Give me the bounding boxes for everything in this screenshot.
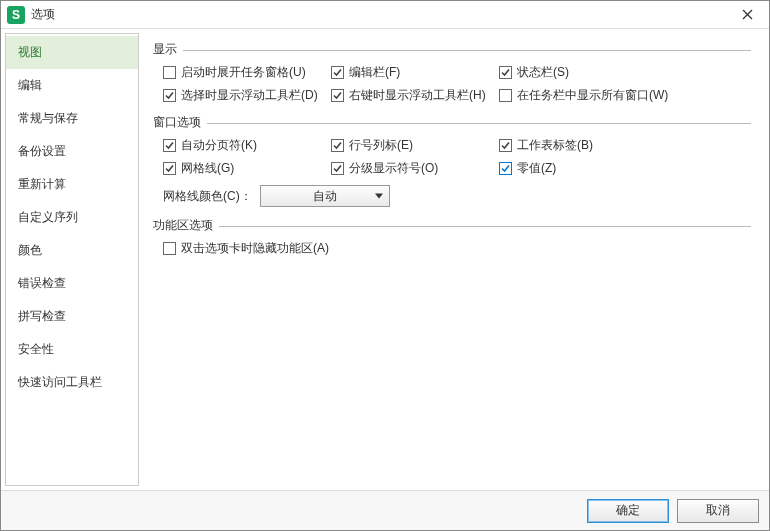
chevron-down-icon: [375, 194, 383, 199]
gridcolor-dropdown[interactable]: 自动: [260, 185, 390, 207]
checkbox-row: 编辑栏(F): [331, 64, 499, 81]
close-icon: [742, 9, 753, 20]
group-ribbon: 功能区选项 双击选项卡时隐藏功能区(A): [153, 217, 751, 257]
sidebar-item[interactable]: 拼写检查: [6, 300, 138, 333]
checkbox[interactable]: [163, 66, 176, 79]
checkbox[interactable]: [331, 139, 344, 152]
checkbox-row: 网格线(G): [163, 160, 331, 177]
checkbox[interactable]: [163, 89, 176, 102]
checkbox-label: 网格线(G): [181, 160, 234, 177]
checkbox-row: 选择时显示浮动工具栏(D): [163, 87, 331, 104]
checkbox-label: 右键时显示浮动工具栏(H): [349, 87, 486, 104]
content-panel: 显示 启动时展开任务窗格(U)编辑栏(F)状态栏(S)选择时显示浮动工具栏(D)…: [139, 33, 765, 486]
checkbox[interactable]: [499, 66, 512, 79]
sidebar: 视图编辑常规与保存备份设置重新计算自定义序列颜色错误检查拼写检查安全性快速访问工…: [5, 33, 139, 486]
checkbox-label: 自动分页符(K): [181, 137, 257, 154]
gridcolor-label: 网格线颜色(C)：: [163, 188, 252, 205]
ok-button[interactable]: 确定: [587, 499, 669, 523]
dialog-footer: 确定 取消: [1, 490, 769, 530]
sidebar-item[interactable]: 常规与保存: [6, 102, 138, 135]
group-ribbon-title: 功能区选项: [153, 217, 213, 234]
checkbox-row: 右键时显示浮动工具栏(H): [331, 87, 499, 104]
checkbox-row: 在任务栏中显示所有窗口(W): [499, 87, 699, 104]
checkbox[interactable]: [163, 139, 176, 152]
sidebar-item[interactable]: 备份设置: [6, 135, 138, 168]
group-window-title: 窗口选项: [153, 114, 201, 131]
checkbox[interactable]: [331, 66, 344, 79]
group-window: 窗口选项 自动分页符(K)行号列标(E)工作表标签(B)网格线(G)分级显示符号…: [153, 114, 751, 207]
checkbox-label: 双击选项卡时隐藏功能区(A): [181, 240, 329, 257]
group-divider: [219, 226, 751, 227]
checkbox-row: 工作表标签(B): [499, 137, 699, 154]
checkbox-label: 分级显示符号(O): [349, 160, 438, 177]
cancel-button[interactable]: 取消: [677, 499, 759, 523]
sidebar-item[interactable]: 重新计算: [6, 168, 138, 201]
options-dialog: S 选项 视图编辑常规与保存备份设置重新计算自定义序列颜色错误检查拼写检查安全性…: [0, 0, 770, 531]
checkbox-row: 启动时展开任务窗格(U): [163, 64, 331, 81]
checkbox-label: 在任务栏中显示所有窗口(W): [517, 87, 668, 104]
checkbox-label: 工作表标签(B): [517, 137, 593, 154]
sidebar-item[interactable]: 快速访问工具栏: [6, 366, 138, 399]
checkbox[interactable]: [163, 242, 176, 255]
checkbox-label: 编辑栏(F): [349, 64, 400, 81]
cancel-button-label: 取消: [706, 502, 730, 519]
checkbox-row: 自动分页符(K): [163, 137, 331, 154]
sidebar-item[interactable]: 错误检查: [6, 267, 138, 300]
checkbox-row: 分级显示符号(O): [331, 160, 499, 177]
checkbox-row: 状态栏(S): [499, 64, 699, 81]
titlebar: S 选项: [1, 1, 769, 29]
sidebar-item[interactable]: 安全性: [6, 333, 138, 366]
checkbox-row: 零值(Z): [499, 160, 699, 177]
app-icon: S: [7, 6, 25, 24]
checkbox[interactable]: [499, 89, 512, 102]
checkbox-row: 行号列标(E): [331, 137, 499, 154]
group-display: 显示 启动时展开任务窗格(U)编辑栏(F)状态栏(S)选择时显示浮动工具栏(D)…: [153, 41, 751, 104]
checkbox-label: 启动时展开任务窗格(U): [181, 64, 306, 81]
window-title: 选项: [31, 6, 55, 23]
sidebar-item[interactable]: 自定义序列: [6, 201, 138, 234]
checkbox-label: 行号列标(E): [349, 137, 413, 154]
group-display-title: 显示: [153, 41, 177, 58]
checkbox[interactable]: [331, 162, 344, 175]
checkbox-label: 零值(Z): [517, 160, 556, 177]
group-divider: [183, 50, 751, 51]
sidebar-item[interactable]: 编辑: [6, 69, 138, 102]
checkbox-label: 状态栏(S): [517, 64, 569, 81]
sidebar-item[interactable]: 颜色: [6, 234, 138, 267]
checkbox[interactable]: [331, 89, 344, 102]
dialog-body: 视图编辑常规与保存备份设置重新计算自定义序列颜色错误检查拼写检查安全性快速访问工…: [1, 29, 769, 490]
checkbox[interactable]: [163, 162, 176, 175]
checkbox-label: 选择时显示浮动工具栏(D): [181, 87, 318, 104]
checkbox-row: 双击选项卡时隐藏功能区(A): [163, 240, 751, 257]
checkbox[interactable]: [499, 162, 512, 175]
ok-button-label: 确定: [616, 502, 640, 519]
group-divider: [207, 123, 751, 124]
close-button[interactable]: [731, 4, 763, 26]
sidebar-item[interactable]: 视图: [6, 36, 138, 69]
gridcolor-value: 自动: [261, 188, 389, 205]
checkbox[interactable]: [499, 139, 512, 152]
